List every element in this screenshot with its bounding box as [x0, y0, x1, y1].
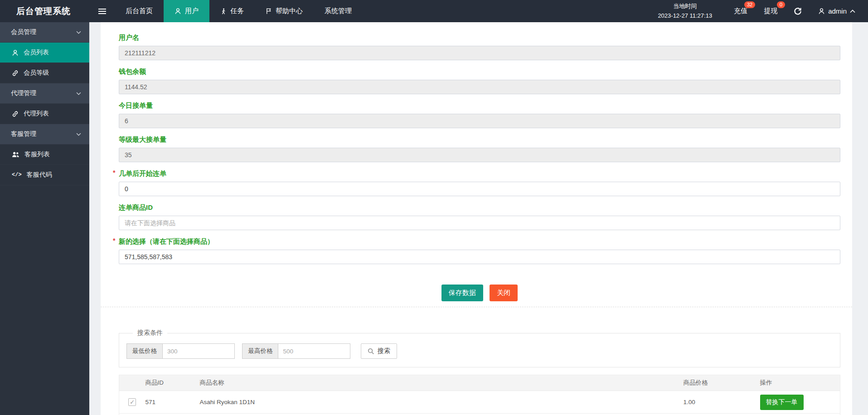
sidebar-item-label: 代理列表 — [24, 110, 49, 118]
tab-help-center[interactable]: 帮助中心 — [255, 0, 314, 22]
field-label: * 几单后开始连单 — [119, 169, 840, 178]
required-asterisk: * — [113, 169, 115, 176]
product-name-cell: Asahi Ryokan 1D1N — [200, 391, 684, 414]
level-max-orders-input[interactable] — [119, 148, 840, 162]
max-price-label: 最高价格 — [242, 343, 278, 359]
wallet-balance-input[interactable] — [119, 80, 840, 94]
link-icon — [12, 70, 19, 77]
field-new-selection: * 新的选择（请在下面选择商品） — [119, 237, 840, 264]
min-price-input[interactable] — [162, 343, 235, 359]
replace-next-order-button[interactable]: 替换下一单 — [760, 395, 804, 410]
tab-users[interactable]: 用户 — [164, 0, 209, 22]
user-icon — [818, 8, 825, 14]
product-price-cell: 1.00 — [684, 391, 760, 414]
field-label: * 新的选择（请在下面选择商品） — [119, 237, 840, 246]
product-price-cell — [684, 414, 760, 415]
flag-icon — [266, 8, 272, 14]
field-label: 等级最大接单量 — [119, 135, 840, 144]
recharge-link[interactable]: 充值 32 — [726, 0, 756, 22]
field-username: 用户名 — [119, 34, 840, 60]
local-time-label: 当地时间 — [658, 2, 712, 11]
recharge-badge: 32 — [744, 1, 755, 8]
field-today-orders: 今日接单量 — [119, 101, 840, 128]
search-conditions-fieldset: 搜索条件 最低价格 最高价格 搜索 — [119, 329, 840, 367]
sidebar: 会员管理 会员列表 会员等级 代理管理 代理列 — [0, 22, 89, 415]
sidebar-toggle-button[interactable] — [89, 0, 115, 22]
walking-person-icon — [220, 8, 227, 15]
new-selection-input[interactable] — [119, 250, 840, 264]
table-row: 替换下一单 — [119, 414, 840, 415]
group-label: 会员管理 — [11, 28, 36, 36]
withdraw-badge: 0 — [777, 1, 785, 8]
save-data-button[interactable]: 保存数据 — [441, 285, 483, 301]
field-label: 钱包余额 — [119, 68, 840, 76]
chevron-down-icon — [76, 31, 81, 34]
field-level-max-orders: 等级最大接单量 — [119, 135, 840, 162]
today-orders-input[interactable] — [119, 114, 840, 128]
navbar-right: 当地时间 2023-12-27 11:27:13 充值 32 提现 0 — [658, 0, 868, 22]
field-label: 用户名 — [119, 34, 840, 42]
local-time-value: 2023-12-27 11:27:13 — [658, 11, 712, 20]
search-button[interactable]: 搜索 — [361, 343, 397, 359]
tab-label: 帮助中心 — [276, 7, 303, 15]
products-header-row: 商品ID 商品名称 商品价格 操作 — [119, 375, 840, 391]
dashed-divider — [101, 307, 852, 307]
link-icon — [12, 111, 19, 117]
field-label: 连单商品ID — [119, 203, 840, 212]
main-content: 用户名 钱包余额 今日接单量 等级最大接单量 * 几单后开始连单 — [89, 0, 868, 415]
tab-system-settings[interactable]: 系统管理 — [314, 0, 363, 22]
actions-header: 操作 — [760, 375, 840, 391]
sidebar-item-member-level[interactable]: 会员等级 — [0, 63, 89, 83]
tab-label: 后台首页 — [126, 7, 153, 15]
sidebar-item-service-list[interactable]: 客服列表 — [0, 145, 89, 165]
tab-label: 系统管理 — [325, 7, 352, 15]
user-icon — [175, 8, 181, 14]
product-id-cell: 571 — [145, 391, 200, 414]
combo-product-id-input[interactable] — [119, 216, 840, 230]
field-wallet-balance: 钱包余额 — [119, 68, 840, 94]
product-id-header: 商品ID — [145, 375, 200, 391]
close-button[interactable]: 关闭 — [490, 285, 518, 301]
users-icon — [12, 151, 19, 158]
product-id-cell — [145, 414, 200, 415]
product-name-header: 商品名称 — [200, 375, 684, 391]
max-price-input[interactable] — [278, 343, 350, 359]
chevron-up-icon — [850, 10, 855, 13]
row-checkbox[interactable]: ✓ — [128, 398, 136, 406]
sidebar-group-member-management[interactable]: 会员管理 — [0, 22, 89, 43]
code-icon: </> — [12, 172, 22, 178]
product-price-header: 商品价格 — [684, 375, 760, 391]
field-label: 今日接单量 — [119, 101, 840, 110]
sidebar-item-agent-list[interactable]: 代理列表 — [0, 104, 89, 124]
combo-start-after-input[interactable] — [119, 182, 840, 196]
refresh-button[interactable] — [786, 0, 810, 22]
min-price-label: 最低价格 — [126, 343, 162, 359]
tab-label: 任务 — [230, 7, 244, 15]
app-title: 后台管理系统 — [0, 0, 89, 22]
group-label: 代理管理 — [11, 89, 36, 97]
admin-menu[interactable]: admin — [810, 0, 868, 22]
group-label: 客服管理 — [11, 130, 36, 138]
tab-tasks[interactable]: 任务 — [209, 0, 255, 22]
required-asterisk: * — [113, 237, 115, 244]
product-name-cell — [200, 414, 684, 415]
search-icon — [368, 348, 374, 355]
username-input[interactable] — [119, 46, 840, 60]
sidebar-item-label: 会员等级 — [24, 69, 49, 77]
sidebar-item-service-code[interactable]: </> 客服代码 — [0, 165, 89, 185]
hamburger-icon — [98, 7, 106, 15]
field-combo-product-id: 连单商品ID — [119, 203, 840, 230]
withdraw-link[interactable]: 提现 0 — [756, 0, 786, 22]
sidebar-group-agent-management[interactable]: 代理管理 — [0, 83, 89, 104]
table-row: ✓ 571 Asahi Ryokan 1D1N 1.00 替换下一单 — [119, 391, 840, 414]
refresh-icon — [794, 7, 802, 15]
form-actions: 保存数据 关闭 — [119, 285, 840, 301]
tab-dashboard[interactable]: 后台首页 — [115, 0, 164, 22]
sidebar-item-member-list[interactable]: 会员列表 — [0, 43, 89, 63]
user-icon — [12, 49, 19, 56]
chevron-down-icon — [76, 133, 81, 136]
tab-label: 用户 — [185, 7, 199, 15]
search-conditions-legend: 搜索条件 — [133, 329, 167, 337]
sidebar-group-service-management[interactable]: 客服管理 — [0, 124, 89, 145]
top-navbar: 后台管理系统 后台首页 用户 任务 帮助中心 系统管理 — [0, 0, 868, 22]
